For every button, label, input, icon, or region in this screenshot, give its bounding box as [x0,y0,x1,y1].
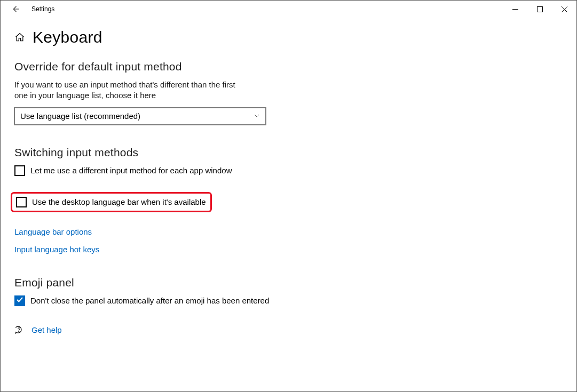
get-help-link[interactable]: Get help [31,325,62,334]
checkbox-emoji-dont-close[interactable] [14,295,25,306]
close-button[interactable] [552,1,576,18]
window-title: Settings [31,5,54,13]
check-icon [16,296,23,305]
page-title: Keyboard [33,28,102,46]
help-icon [14,325,24,335]
checkbox-emoji-dont-close-label: Don't close the panel automatically afte… [30,296,269,305]
checkbox-per-app-window[interactable] [14,165,25,176]
chevron-down-icon [254,111,260,121]
input-language-hot-keys-link[interactable]: Input language hot keys [14,245,563,254]
override-description: If you want to use an input method that'… [14,79,239,101]
dropdown-selected-value: Use language list (recommended) [20,111,140,121]
svg-rect-0 [537,6,542,12]
emoji-heading: Emoji panel [14,276,563,289]
switching-heading: Switching input methods [14,146,563,159]
checkbox-desktop-language-bar[interactable] [16,197,27,207]
maximize-button[interactable] [527,1,552,18]
input-method-dropdown[interactable]: Use language list (recommended) [14,108,266,125]
override-heading: Override for default input method [14,60,563,73]
svg-point-1 [19,331,19,332]
language-bar-options-link[interactable]: Language bar options [14,227,563,236]
checkbox-desktop-language-bar-label: Use the desktop language bar when it's a… [32,197,206,206]
minimize-button[interactable] [503,1,527,18]
highlighted-option: Use the desktop language bar when it's a… [11,192,212,212]
checkbox-per-app-window-label: Let me use a different input method for … [30,166,232,175]
home-icon[interactable] [14,32,25,43]
back-button[interactable] [5,1,26,18]
